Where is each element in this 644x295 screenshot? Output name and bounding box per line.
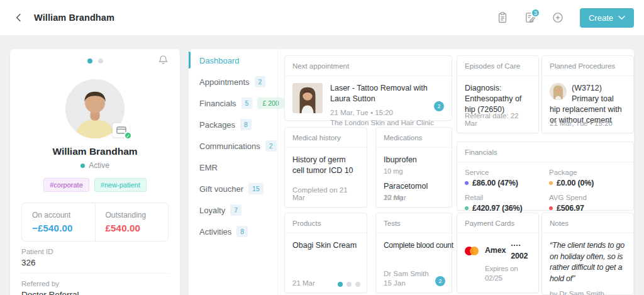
- appointments-count-badge: 2: [434, 101, 444, 111]
- metric-amount: £0.00 (0%): [557, 179, 594, 187]
- appointment-meta: 21 Mar, Tue • 15:20 The London Skin and …: [330, 108, 444, 128]
- tests-card[interactable]: Tests Complete blood count Dr Sam Smith …: [375, 213, 452, 293]
- clipboard-button[interactable]: [492, 7, 513, 28]
- metric-label: Retail: [465, 194, 541, 201]
- note-quote: “The client tends to go on holiday often…: [550, 240, 626, 284]
- carousel-dot-active[interactable]: [87, 58, 92, 64]
- credit-card-check-icon: ✓: [113, 123, 130, 137]
- notifications-bell-button[interactable]: [158, 54, 169, 65]
- metric-value: £86.00 (47%): [465, 179, 541, 187]
- carousel-dot[interactable]: [347, 282, 352, 287]
- count-badge: 8: [240, 119, 252, 130]
- on-account-label: On account: [32, 211, 95, 220]
- carousel-dot[interactable]: [355, 282, 360, 287]
- medical-history-footer: Completed on 21 Mar: [292, 186, 359, 201]
- practitioner-avatar: [550, 83, 567, 100]
- nav-label: Dashboard: [199, 56, 240, 65]
- next-appointment-body: Laser - Tattoo Removal with Laura Sutton…: [285, 76, 452, 135]
- metric-label: AVG Spend: [549, 194, 626, 201]
- nav-label: Loyalty: [199, 206, 225, 215]
- card-expiry: Expires on 02/25: [485, 264, 531, 284]
- money-badge: £ 200: [257, 97, 284, 109]
- notes-card[interactable]: Notes “The client tends to go on holiday…: [541, 213, 634, 295]
- payment-card-row: Amex ···· 2002: [465, 240, 531, 262]
- payment-cards-card[interactable]: Payment Cards Amex ···· 2002 Expires on …: [457, 213, 539, 293]
- back-button[interactable]: [10, 9, 28, 26]
- notes-button[interactable]: 3: [519, 7, 541, 28]
- planned-procedures-card[interactable]: Planned Procedures (W3712) Primary toal …: [541, 55, 634, 133]
- patient-field-row: Patient ID 326: [21, 242, 169, 274]
- medications-list: Ibuprofen 10 mg Paracetomol 10 mg: [376, 148, 452, 214]
- products-carousel-dots[interactable]: [338, 282, 360, 287]
- nav-label: EMR: [199, 163, 218, 172]
- patient-tags: #corporate #new-patient: [21, 178, 169, 192]
- metric-dot: [465, 181, 469, 185]
- active-indicator: [189, 52, 191, 69]
- test-doctor: Dr Sam Smith: [384, 270, 444, 277]
- financials-card[interactable]: Financials Service £86.00 (47%) Package …: [457, 142, 634, 211]
- test-item: Complete blood count: [376, 233, 452, 257]
- back-icon: [13, 12, 25, 23]
- note-entry: “The client tends to go on holiday often…: [542, 233, 633, 295]
- metric-amount: £86.00 (47%): [472, 179, 518, 187]
- nav-divider: [277, 49, 278, 295]
- count-badge: 2: [255, 76, 266, 87]
- circle-plus-button[interactable]: [547, 7, 569, 28]
- count-badge: 8: [236, 226, 248, 237]
- circle-plus-icon: [552, 11, 564, 24]
- nav-label: Activities: [199, 227, 231, 237]
- card-title: Episodes of Care: [457, 56, 538, 76]
- appointment-service: Laser - Tattoo Removal with Laura Sutton: [330, 83, 444, 104]
- metric-package: Package £0.00 (0%): [549, 169, 626, 187]
- medical-history-card[interactable]: Medical history History of germ cell tum…: [284, 127, 367, 208]
- metric-label: Package: [549, 169, 626, 176]
- metric-amount: £506.97: [557, 204, 584, 213]
- carousel-dot[interactable]: [98, 58, 103, 64]
- metric-label: Service: [465, 169, 541, 176]
- tag-new-patient[interactable]: #new-patient: [94, 178, 147, 192]
- field-label: Patient ID: [21, 248, 169, 255]
- status-dot: [80, 164, 85, 168]
- medications-footer: 22 Mar: [384, 194, 444, 201]
- metric-dot: [465, 206, 469, 210]
- nav-label: Appointments: [199, 77, 250, 87]
- outstanding-value: £540.00: [106, 223, 169, 233]
- create-button[interactable]: Create: [580, 8, 634, 28]
- status-label: Active: [89, 161, 109, 170]
- patient-avatar: ✓: [65, 79, 125, 138]
- page-title: William Brandham: [34, 13, 114, 23]
- patient-card-top: [21, 49, 169, 73]
- episode-footer: Referral date: 22 Mar: [465, 112, 531, 127]
- next-appointment-card[interactable]: Next appointment Laser - Tattoo Removal …: [284, 55, 452, 121]
- card-name: Amex: [485, 245, 506, 256]
- episodes-of-care-card[interactable]: Episodes of Care Diagnosis: Enthesopathy…: [457, 55, 539, 133]
- profile-carousel-dots[interactable]: [87, 58, 103, 64]
- card-title: Products: [285, 213, 367, 233]
- topbar-actions: 3 Create: [492, 7, 634, 28]
- field-value: 326: [21, 258, 169, 267]
- metric-value: £420.97 (36%): [465, 204, 541, 213]
- chevron-down-icon: [618, 15, 625, 20]
- mastercard-icon: [465, 246, 480, 256]
- outstanding-cell: Outstanding £540.00: [95, 203, 169, 241]
- field-value: Doctor Referral: [21, 290, 169, 295]
- carousel-dot-active[interactable]: [338, 282, 343, 287]
- card-title: Tests: [376, 213, 452, 233]
- nav-label: Communications: [199, 142, 260, 151]
- on-account-value: −£540.00: [32, 223, 95, 233]
- products-card[interactable]: Products Obagi Skin Cream 21 Mar: [284, 213, 367, 293]
- medications-card[interactable]: Medications Ibuprofen 10 mg Paracetomol …: [375, 127, 452, 208]
- metric-value: £506.97: [549, 204, 626, 213]
- tests-count-badge: 2: [435, 276, 445, 286]
- metric-amount: £420.97 (36%): [472, 204, 522, 213]
- metric-avg-spend: AVG Spend £506.97: [549, 194, 626, 213]
- card-title: Notes: [542, 213, 633, 233]
- count-badge: 2: [265, 140, 277, 152]
- metric-retail: Retail £420.97 (36%): [465, 194, 541, 213]
- medication-name: Ibuprofen: [384, 155, 444, 165]
- card-mask: ···· 2002: [511, 240, 531, 262]
- on-account-cell: On account −£540.00: [22, 203, 95, 241]
- tag-corporate[interactable]: #corporate: [43, 178, 89, 192]
- create-button-label: Create: [589, 13, 613, 23]
- patient-status: Active: [21, 161, 169, 170]
